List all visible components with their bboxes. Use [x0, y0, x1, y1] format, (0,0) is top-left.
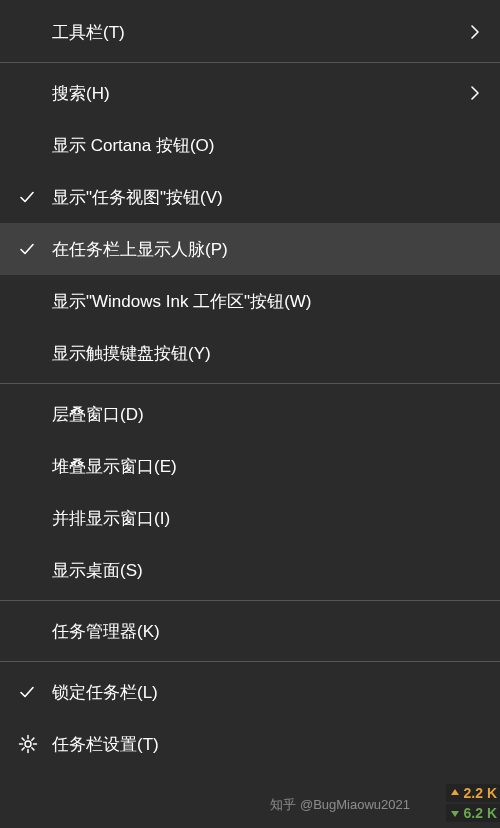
chevron-right-icon — [468, 83, 482, 103]
check-icon — [18, 240, 36, 258]
menu-separator — [0, 661, 500, 662]
check-icon — [18, 683, 36, 701]
menu-item-label: 显示桌面(S) — [52, 559, 458, 582]
upvote-count: 2.2 K — [446, 784, 500, 802]
menu-item-label: 堆叠显示窗口(E) — [52, 455, 458, 478]
menu-item-label: 显示"Windows Ink 工作区"按钮(W) — [52, 290, 458, 313]
taskbar-context-menu: 工具栏(T)搜索(H)显示 Cortana 按钮(O)显示"任务视图"按钮(V)… — [0, 0, 500, 828]
menu-item-cortana-button[interactable]: 显示 Cortana 按钮(O) — [0, 119, 500, 171]
menu-item-windows-ink-button[interactable]: 显示"Windows Ink 工作区"按钮(W) — [0, 275, 500, 327]
menu-item-label: 显示"任务视图"按钮(V) — [52, 186, 458, 209]
menu-separator — [0, 62, 500, 63]
menu-item-search[interactable]: 搜索(H) — [0, 67, 500, 119]
menu-separator — [0, 383, 500, 384]
menu-item-label: 任务栏设置(T) — [52, 733, 458, 756]
menu-separator — [0, 600, 500, 601]
menu-item-side-by-side-windows[interactable]: 并排显示窗口(I) — [0, 492, 500, 544]
menu-item-cascade-windows[interactable]: 层叠窗口(D) — [0, 388, 500, 440]
chevron-right-icon — [468, 22, 482, 42]
downvote-count: 6.2 K — [446, 804, 500, 822]
gear-icon — [18, 734, 38, 754]
menu-item-lock-taskbar[interactable]: 锁定任务栏(L) — [0, 666, 500, 718]
menu-item-people-on-taskbar[interactable]: 在任务栏上显示人脉(P) — [0, 223, 500, 275]
stats-badge: 2.2 K 6.2 K — [446, 784, 500, 822]
menu-item-label: 并排显示窗口(I) — [52, 507, 458, 530]
menu-item-label: 工具栏(T) — [52, 21, 458, 44]
menu-item-label: 显示 Cortana 按钮(O) — [52, 134, 458, 157]
menu-item-label: 显示触摸键盘按钮(Y) — [52, 342, 458, 365]
menu-item-touch-keyboard-button[interactable]: 显示触摸键盘按钮(Y) — [0, 327, 500, 379]
menu-item-stack-windows[interactable]: 堆叠显示窗口(E) — [0, 440, 500, 492]
menu-item-label: 任务管理器(K) — [52, 620, 458, 643]
menu-item-label: 在任务栏上显示人脉(P) — [52, 238, 458, 261]
menu-item-label: 搜索(H) — [52, 82, 458, 105]
menu-item-taskbar-settings[interactable]: 任务栏设置(T) — [0, 718, 500, 770]
menu-item-show-desktop[interactable]: 显示桌面(S) — [0, 544, 500, 596]
downvote-value: 6.2 K — [464, 805, 497, 821]
menu-item-label: 层叠窗口(D) — [52, 403, 458, 426]
check-icon — [18, 188, 36, 206]
upvote-value: 2.2 K — [464, 785, 497, 801]
menu-item-task-manager[interactable]: 任务管理器(K) — [0, 605, 500, 657]
menu-item-toolbars[interactable]: 工具栏(T) — [0, 6, 500, 58]
menu-item-label: 锁定任务栏(L) — [52, 681, 458, 704]
svg-point-0 — [25, 741, 31, 747]
menu-item-task-view-button[interactable]: 显示"任务视图"按钮(V) — [0, 171, 500, 223]
